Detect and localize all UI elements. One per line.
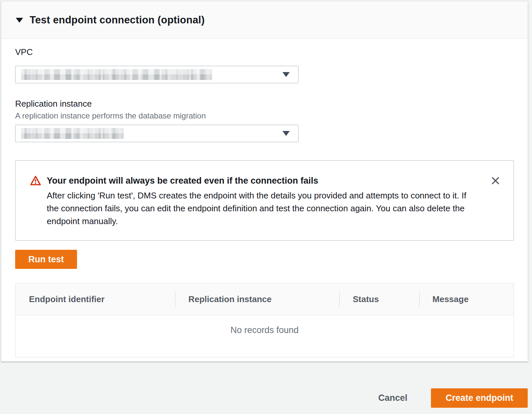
chevron-down-icon — [282, 131, 290, 136]
column-header-status: Status — [339, 284, 419, 315]
replication-instance-label: Replication instance — [15, 98, 514, 109]
column-header-endpoint-identifier: Endpoint identifier — [15, 284, 175, 315]
vpc-redacted-value — [21, 69, 212, 80]
create-endpoint-button[interactable]: Create endpoint — [431, 388, 528, 408]
footer-action-bar: Cancel Create endpoint — [378, 388, 528, 408]
vpc-label: VPC — [15, 47, 514, 57]
collapse-triangle-icon — [16, 18, 23, 23]
test-endpoint-section-card: Test endpoint connection (optional) VPC … — [1, 1, 528, 362]
section-title: Test endpoint connection (optional) — [30, 14, 205, 26]
replication-instance-select[interactable] — [15, 125, 299, 142]
column-header-message: Message — [419, 284, 514, 315]
vpc-select[interactable] — [15, 66, 299, 83]
close-icon — [491, 182, 500, 187]
table-empty-row: No records found — [15, 315, 514, 357]
warning-icon — [30, 175, 41, 187]
connection-results-table: Endpoint identifier Replication instance… — [15, 283, 514, 357]
replication-instance-redacted-value — [21, 128, 124, 139]
run-test-button[interactable]: Run test — [15, 250, 77, 269]
section-header-toggle[interactable]: Test endpoint connection (optional) — [1, 1, 528, 39]
alert-body: After clicking 'Run test', DMS creates t… — [47, 189, 479, 228]
alert-close-button[interactable] — [489, 174, 502, 187]
alert-title: Your endpoint will always be created eve… — [47, 174, 479, 187]
alert-text-block: Your endpoint will always be created eve… — [47, 174, 479, 228]
column-header-replication-instance: Replication instance — [175, 284, 339, 315]
table-header-row: Endpoint identifier Replication instance… — [15, 284, 514, 315]
cancel-button[interactable]: Cancel — [378, 393, 408, 403]
section-body: VPC Replication instance A replication i… — [1, 47, 528, 357]
warning-alert: Your endpoint will always be created eve… — [15, 160, 514, 241]
chevron-down-icon — [282, 72, 290, 77]
empty-state-message: No records found — [15, 315, 514, 357]
replication-instance-description: A replication instance performs the data… — [15, 111, 514, 121]
